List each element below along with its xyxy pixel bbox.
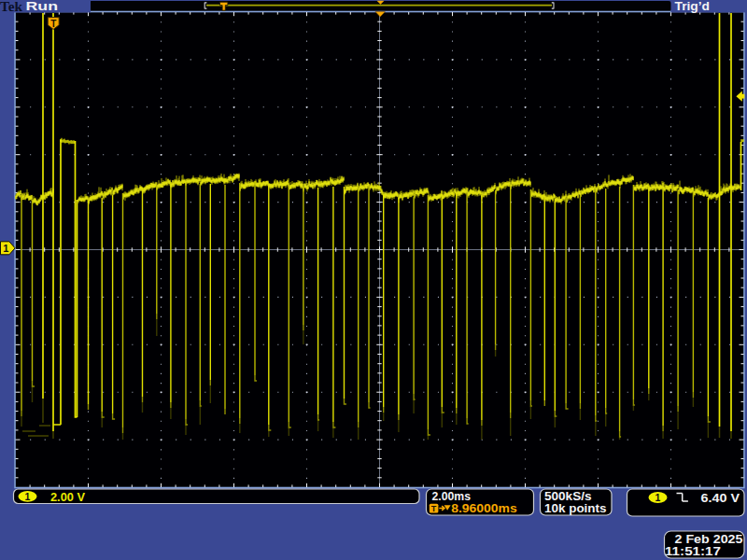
svg-text:Trig’d: Trig’d [675,0,711,13]
svg-text:2.00 V: 2.00 V [50,491,85,504]
svg-text:1: 1 [25,491,31,502]
svg-text:1: 1 [3,243,8,254]
svg-text:Tek: Tek [0,0,23,14]
svg-text:T: T [50,19,56,29]
svg-text:6.40 V: 6.40 V [701,491,740,505]
svg-text:11:51:17: 11:51:17 [665,544,721,558]
svg-text:T: T [431,504,437,513]
svg-text:10k points: 10k points [544,501,607,515]
svg-text:8.96000ms: 8.96000ms [451,501,517,515]
svg-text:Run: Run [26,0,59,13]
svg-text:1: 1 [655,492,661,503]
